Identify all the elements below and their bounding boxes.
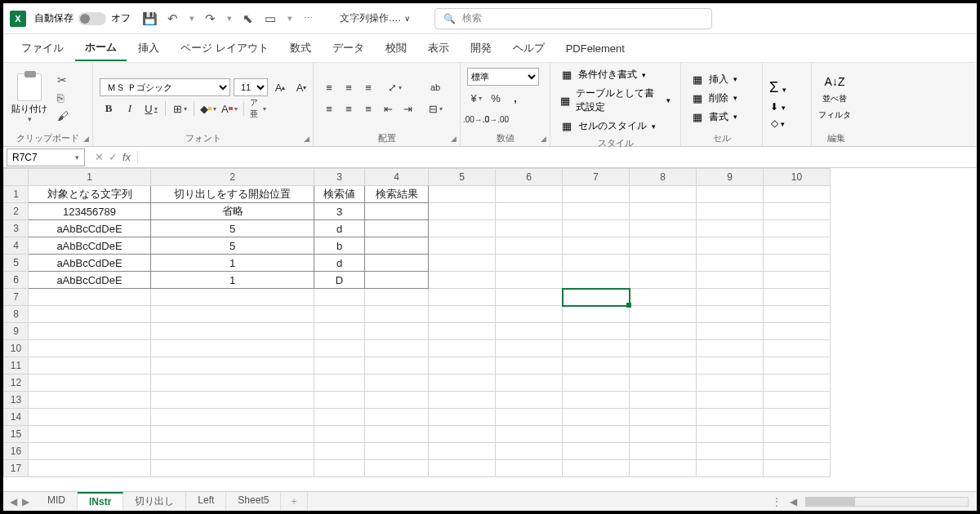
format-painter-icon[interactable]: 🖌 (57, 109, 69, 122)
cell[interactable] (496, 255, 563, 272)
cell[interactable] (563, 340, 630, 357)
column-header[interactable]: 4 (365, 169, 429, 186)
row-header[interactable]: 15 (4, 426, 29, 443)
tab-page-layout[interactable]: ページ レイアウト (171, 36, 278, 60)
cell[interactable] (563, 426, 630, 443)
cell[interactable] (496, 186, 563, 203)
cell[interactable] (496, 272, 563, 289)
cell[interactable] (697, 340, 764, 357)
cell[interactable] (697, 409, 764, 426)
column-header[interactable]: 7 (563, 169, 630, 186)
cell[interactable] (365, 289, 429, 306)
cell[interactable] (496, 392, 563, 409)
cell[interactable] (764, 374, 831, 392)
cell[interactable] (697, 255, 764, 272)
align-right-icon[interactable]: ≡ (359, 100, 377, 117)
column-header[interactable]: 9 (697, 169, 764, 186)
increase-font-icon[interactable]: A▴ (271, 78, 289, 96)
cell[interactable]: 5 (151, 237, 314, 255)
column-header[interactable]: 10 (764, 169, 831, 186)
font-color-button[interactable]: A (220, 100, 238, 117)
sheet-menu-icon[interactable]: ⋮ (772, 496, 782, 507)
cell[interactable] (429, 220, 496, 237)
row-header[interactable]: 11 (4, 357, 29, 374)
cell[interactable] (151, 392, 314, 409)
conditional-format-button[interactable]: ▦条件付き書式 ▾ (557, 66, 674, 83)
cell[interactable] (563, 289, 630, 306)
decrease-font-icon[interactable]: A▾ (292, 78, 310, 96)
dialog-launcher-icon[interactable]: ◢ (541, 135, 546, 143)
name-box[interactable]: R7C7▾ (7, 148, 85, 166)
cell[interactable]: aAbBcCdDeE (29, 220, 151, 237)
cell[interactable] (314, 443, 365, 460)
dialog-launcher-icon[interactable]: ◢ (304, 135, 310, 143)
cell[interactable] (496, 340, 563, 357)
autosum-icon[interactable]: Σ ▾ (769, 79, 786, 96)
row-header[interactable]: 14 (4, 409, 29, 426)
cell[interactable] (151, 357, 314, 374)
cell[interactable] (429, 392, 496, 409)
cell[interactable] (630, 289, 697, 306)
row-header[interactable]: 16 (4, 443, 29, 460)
align-top-icon[interactable]: ≡ (320, 78, 338, 96)
cell[interactable] (151, 340, 314, 357)
column-header[interactable]: 2 (151, 169, 314, 186)
cell[interactable] (764, 443, 831, 460)
save-icon[interactable]: 💾 (142, 11, 157, 26)
cell[interactable] (29, 460, 151, 477)
cell[interactable] (630, 340, 697, 357)
sheet-nav-next-icon[interactable]: ▶ (22, 496, 29, 507)
align-center-icon[interactable]: ≡ (340, 100, 358, 117)
fill-icon[interactable]: ⬇ ▾ (770, 101, 785, 113)
cell[interactable] (496, 374, 563, 392)
cell[interactable] (429, 289, 496, 306)
cell[interactable] (630, 409, 697, 426)
cell[interactable] (764, 289, 831, 306)
tab-review[interactable]: 校閲 (376, 36, 416, 60)
cell[interactable] (563, 323, 630, 340)
row-header[interactable]: 8 (4, 306, 29, 323)
cell[interactable] (563, 409, 630, 426)
align-left-icon[interactable]: ≡ (320, 100, 338, 117)
tab-developer[interactable]: 開発 (461, 36, 501, 60)
cell[interactable] (365, 443, 429, 460)
delete-cells-button[interactable]: ▦削除▾ (688, 90, 741, 107)
cell[interactable] (563, 306, 630, 323)
cell[interactable]: 5 (151, 220, 314, 237)
cell[interactable] (764, 409, 831, 426)
cell[interactable]: aAbBcCdDeE (29, 237, 151, 255)
enter-formula-icon[interactable]: ✓ (109, 151, 118, 163)
qat-more-icon[interactable]: ⋯ (301, 11, 315, 26)
cell[interactable] (496, 203, 563, 220)
indent-increase-icon[interactable]: ⇥ (399, 100, 416, 117)
undo-icon[interactable]: ↶ (165, 11, 180, 26)
wrap-text-button[interactable]: ab (426, 78, 444, 96)
cell[interactable] (151, 409, 314, 426)
cell[interactable] (496, 220, 563, 237)
row-header[interactable]: 9 (4, 323, 29, 340)
cell[interactable] (29, 357, 151, 374)
cell[interactable] (697, 357, 764, 374)
cut-icon[interactable]: ✂ (57, 73, 69, 86)
cursor-icon[interactable]: ⬉ (240, 11, 255, 26)
cell[interactable] (429, 237, 496, 255)
cell[interactable] (429, 357, 496, 374)
sheet-tab[interactable]: Sheet5 (226, 492, 281, 511)
cell[interactable] (365, 272, 429, 289)
cell[interactable] (630, 374, 697, 392)
align-bottom-icon[interactable]: ≡ (359, 78, 377, 96)
cell[interactable] (496, 443, 563, 460)
cell[interactable] (630, 272, 697, 289)
cell[interactable] (429, 186, 496, 203)
cell[interactable] (151, 443, 314, 460)
cell[interactable] (697, 392, 764, 409)
formula-input[interactable] (141, 148, 977, 166)
cell[interactable] (314, 426, 365, 443)
cell[interactable] (697, 306, 764, 323)
cell[interactable] (314, 340, 365, 357)
paste-button[interactable]: 貼り付け ▾ (10, 73, 49, 123)
cell[interactable] (29, 323, 151, 340)
fx-icon[interactable]: fx (122, 151, 131, 163)
tab-data[interactable]: データ (323, 36, 374, 60)
cell[interactable] (563, 272, 630, 289)
